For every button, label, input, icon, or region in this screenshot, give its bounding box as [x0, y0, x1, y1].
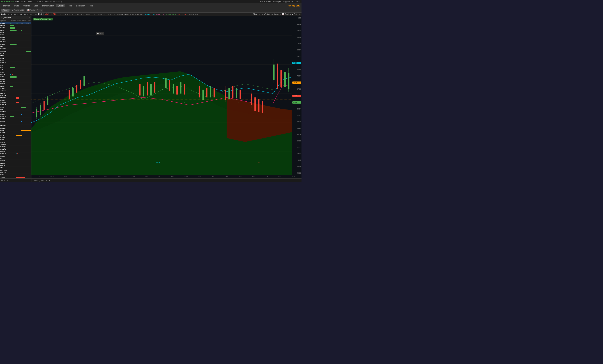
list-item[interactable]: PRSC — [0, 36, 31, 38]
list-item[interactable]: GEACY — [0, 50, 31, 52]
list-item[interactable]: EPZM — [0, 73, 31, 76]
list-item[interactable]: BFLY — [0, 66, 31, 69]
list-item[interactable]: DNZOY — [0, 94, 31, 97]
list-item[interactable]: IHREF — [0, 132, 31, 134]
nav-scan[interactable]: Scan — [32, 4, 40, 7]
list-item[interactable]: FSJCY — [0, 41, 31, 43]
list-item[interactable]: NXR — [0, 57, 31, 59]
list-item[interactable]: AMRC — [0, 88, 31, 90]
list-item[interactable]: USLV — [0, 71, 31, 73]
nav-tools[interactable]: Tools — [66, 4, 74, 7]
list-item[interactable]: MTUAY — [0, 125, 31, 127]
drawing-set-up[interactable]: ▲ — [45, 179, 47, 181]
list-item[interactable]: COO — [0, 76, 31, 78]
list-item[interactable]: UCIB — [0, 139, 31, 141]
support-link[interactable]: Support/Chat — [283, 0, 294, 2]
list-item[interactable]: AAXN6.00.00.00.0 — [0, 22, 31, 24]
list-item[interactable]: PNTG — [0, 83, 31, 85]
list-item[interactable]: LNVGY — [0, 97, 31, 99]
nav-trade[interactable]: Trade — [12, 4, 21, 7]
list-item[interactable]: MZA — [0, 55, 31, 57]
list-item[interactable]: ECPG — [0, 80, 31, 83]
list-item[interactable]: FGEN — [0, 24, 31, 27]
list-item[interactable]: VCISF — [0, 176, 31, 178]
nav-marketwatch[interactable]: MarketWatch — [40, 4, 56, 7]
drawing-set-down[interactable]: ▼ — [48, 179, 50, 181]
list-item[interactable]: CSTL — [0, 34, 31, 36]
list-item[interactable]: ATLKF — [0, 99, 31, 101]
toolbar-product-depth[interactable]: 📊 Product Depth — [26, 9, 43, 12]
list-item[interactable]: NEOG — [0, 27, 31, 29]
list-item[interactable]: ENSG — [0, 78, 31, 80]
settings-btn[interactable]: ⚙ — [261, 13, 263, 15]
studies-btn[interactable]: 📈 Studies — [282, 13, 291, 15]
list-item[interactable]: UCI — [0, 157, 31, 160]
drawings-btn[interactable]: ✏ Drawings — [271, 13, 281, 15]
list-item[interactable]: JJP — [0, 69, 31, 71]
list-item[interactable]: PUTKY — [0, 171, 31, 174]
list-item[interactable]: AAGN — [0, 113, 31, 115]
list-item[interactable]: DNFGY — [0, 146, 31, 148]
list-item[interactable]: FDS — [0, 29, 31, 31]
list-item[interactable]: BCYC — [0, 118, 31, 120]
gear-icon[interactable]: ⚙ — [1, 179, 3, 181]
list-item[interactable]: INTG — [0, 108, 31, 111]
list-item[interactable]: AGM/A — [0, 148, 31, 150]
list-item[interactable]: YUMSF — [0, 143, 31, 146]
chart-symbol[interactable]: AAXN — [1, 13, 6, 15]
nav-monitor[interactable]: Monitor — [1, 4, 12, 7]
list-item[interactable]: AHCO — [0, 43, 31, 45]
list-item[interactable]: MIY — [0, 45, 31, 48]
list-item[interactable]: QADB — [0, 155, 31, 157]
style-btn[interactable]: 🖌 Style — [264, 13, 270, 15]
nav-education[interactable]: Education — [74, 4, 87, 7]
nav-charts[interactable]: Charts — [56, 4, 65, 7]
help-icon[interactable]: ? — [7, 179, 8, 181]
list-item[interactable]: MSBC — [0, 162, 31, 165]
list-item[interactable]: EIGR — [0, 31, 31, 34]
nav-analyze[interactable]: Analyze — [21, 4, 32, 7]
add-icon[interactable]: + — [4, 179, 5, 181]
nav-help[interactable]: Help — [87, 4, 95, 7]
list-item[interactable]: USV — [0, 64, 31, 66]
patterns-btn[interactable]: ◈ Patterns — [292, 13, 301, 15]
list-item[interactable]: STMEF — [0, 111, 31, 113]
list-item[interactable]: CBKLP — [0, 62, 31, 64]
list-item[interactable]: MEDP — [0, 85, 31, 88]
list-item[interactable]: EGDW — [0, 150, 31, 153]
list-item[interactable]: CS8B — [0, 141, 31, 143]
list-item[interactable]: CWBK — [0, 160, 31, 162]
list-item[interactable]: NXP — [0, 52, 31, 55]
toolbar-flexible-grid[interactable]: ⊞ Flexible Grid — [10, 9, 25, 12]
list-item[interactable]: GJO — [0, 129, 31, 132]
watchlist-menu[interactable]: ≡ — [29, 17, 30, 19]
list-item[interactable]: NJDCY — [0, 115, 31, 118]
list-item[interactable]: HRGLY — [0, 153, 31, 155]
list-item[interactable]: BVF — [0, 174, 31, 176]
list-item[interactable]: ENB8F — [0, 127, 31, 129]
list-item[interactable]: MORF — [0, 92, 31, 94]
setup-link[interactable]: Setup — [295, 0, 300, 2]
chikou-val: Chikou: N/A — [189, 13, 198, 15]
list-item[interactable]: APRE — [0, 38, 31, 41]
list-item[interactable]: FUTY.TC — [0, 169, 31, 171]
list-item[interactable]: JAPAF — [0, 90, 31, 92]
time-3-2: 3/2 — [145, 176, 148, 178]
list-item[interactable]: ZXZZT — [0, 122, 31, 125]
list-item[interactable]: QUCT — [0, 165, 31, 167]
list-item[interactable]: NEXOF — [0, 48, 31, 50]
refresh-btn[interactable]: ↺ — [259, 13, 260, 15]
list-item[interactable]: BSE — [0, 59, 31, 62]
home-link[interactable]: Home Screen — [260, 0, 271, 2]
list-item[interactable]: CRS8 — [0, 136, 31, 139]
list-item[interactable]: TBI — [0, 167, 31, 169]
list-item[interactable]: PFHD — [0, 120, 31, 122]
messages-link[interactable]: Messages — [273, 0, 281, 2]
chart-area[interactable]: Strong Tenkan Up Hi: 90.1 $0.41 ● $0.4 ● — [31, 16, 292, 175]
list-item[interactable]: BHKLY — [0, 104, 31, 106]
list-item[interactable]: CIADY — [0, 134, 31, 136]
share-btn[interactable]: Share — [253, 13, 258, 15]
list-item[interactable]: CEE — [0, 106, 31, 108]
list-item[interactable]: AONNY — [0, 101, 31, 104]
toolbar-charts[interactable]: Charts — [1, 9, 10, 12]
